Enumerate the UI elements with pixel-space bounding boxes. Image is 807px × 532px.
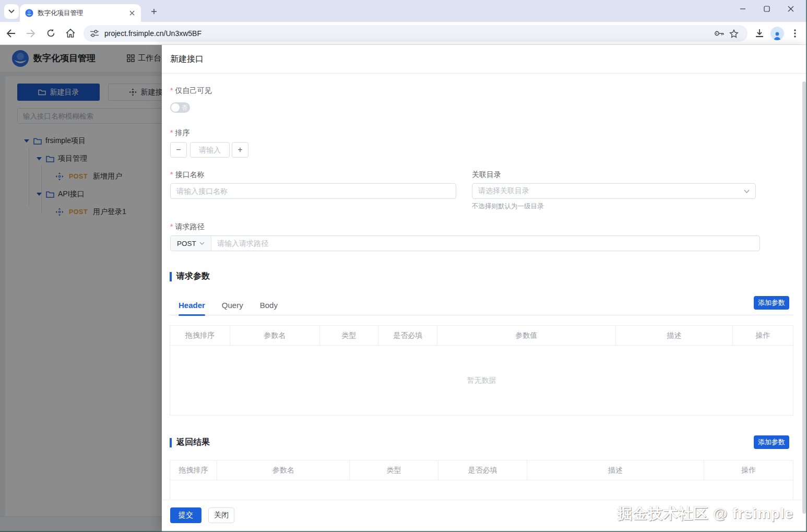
- window-maximize-button[interactable]: [755, 0, 779, 18]
- section-accent-bar: [170, 272, 172, 281]
- bookmark-button[interactable]: [727, 26, 741, 41]
- sort-decrease-button[interactable]: −: [170, 142, 187, 158]
- col-param-name: 参数名: [217, 460, 350, 480]
- chevron-down-icon: [8, 9, 15, 14]
- site-favicon-icon: [25, 9, 33, 17]
- window-close-button[interactable]: [779, 0, 803, 18]
- required-star: *: [170, 86, 173, 94]
- browser-window: 数字化项目管理: [0, 0, 807, 532]
- col-type: 类型: [350, 460, 438, 480]
- col-param-value: 参数值: [437, 326, 615, 345]
- tab-close-button[interactable]: [127, 8, 137, 18]
- app-background: 数字化项目管理 工作台 新建目录 新建接口: [0, 45, 162, 532]
- sort-input[interactable]: [190, 142, 230, 158]
- browser-toolbar: project.frsimple.cn/Un3xw5BF: [0, 22, 807, 45]
- profile-button[interactable]: [768, 25, 786, 42]
- toggle-off-label: 否: [182, 104, 187, 112]
- request-path-input[interactable]: [211, 236, 759, 251]
- catalog-help-text: 不选择则默认为一级目录: [472, 202, 544, 211]
- required-star: *: [170, 222, 173, 231]
- plus-icon: +: [238, 145, 242, 155]
- request-params-table: 拖拽排序 参数名 类型 是否必填 参数值 描述 操作 暂无数据: [170, 325, 793, 416]
- visible-toggle[interactable]: 否: [170, 102, 190, 113]
- col-type: 类型: [320, 326, 379, 345]
- back-button[interactable]: [2, 25, 20, 42]
- new-tab-button[interactable]: [148, 5, 160, 18]
- home-icon: [66, 29, 75, 38]
- method-value: POST: [177, 240, 196, 247]
- catalog-field-label: 关联目录: [472, 170, 501, 180]
- tab-search-button[interactable]: [4, 4, 19, 19]
- browser-menu-button[interactable]: [786, 25, 804, 42]
- divider: [162, 73, 807, 74]
- col-drag-sort: 拖拽排序: [170, 326, 230, 345]
- table-header-row: 拖拽排序 参数名 类型 是否必填 描述 操作: [170, 460, 793, 480]
- col-required: 是否必填: [378, 326, 437, 345]
- modal-mask[interactable]: [0, 45, 162, 532]
- forward-button[interactable]: [22, 25, 40, 42]
- col-description: 描述: [527, 460, 704, 480]
- col-required: 是否必填: [438, 460, 527, 480]
- request-params-title: 请求参数: [176, 271, 210, 282]
- col-actions: 操作: [704, 460, 793, 480]
- key-icon: [714, 30, 725, 37]
- window-controls: [731, 0, 803, 18]
- chevron-down-icon: [199, 242, 205, 245]
- method-select[interactable]: POST: [171, 236, 211, 251]
- visible-field-label: *仅自己可见: [170, 86, 211, 96]
- app-page: 数字化项目管理 工作台 新建目录 新建接口: [0, 45, 807, 532]
- result-section-header: 返回结果: [170, 437, 210, 448]
- tab-query[interactable]: Query: [222, 295, 243, 315]
- col-description: 描述: [616, 326, 733, 345]
- catalog-placeholder: 请选择关联目录: [478, 186, 744, 196]
- reload-icon: [46, 29, 55, 38]
- minimize-icon: [740, 6, 746, 12]
- toolbar-right-group: [751, 25, 804, 42]
- close-icon: [129, 10, 135, 16]
- password-manager-button[interactable]: [712, 26, 727, 41]
- watermark-text: 掘金技术社区 @ frsimple: [618, 504, 793, 524]
- tab-title: 数字化项目管理: [38, 9, 127, 18]
- home-button[interactable]: [62, 25, 79, 42]
- col-actions: 操作: [733, 326, 793, 345]
- person-icon: [773, 31, 782, 40]
- submit-button[interactable]: 提交: [170, 507, 201, 523]
- drawer-title: 新建接口: [170, 54, 204, 65]
- forward-arrow-icon: [26, 29, 35, 38]
- browser-tab-active[interactable]: 数字化项目管理: [20, 4, 141, 22]
- close-button[interactable]: 关闭: [208, 507, 234, 523]
- sort-field-label: *排序: [170, 128, 189, 138]
- api-name-input[interactable]: [170, 183, 456, 199]
- new-api-drawer: 新建接口 *仅自己可见 否 *排序 − + *接口名称 关联目录: [162, 45, 807, 532]
- request-params-section-header: 请求参数: [170, 271, 210, 282]
- request-params-tabs: Header Query Body: [170, 295, 793, 315]
- maximize-icon: [764, 6, 770, 12]
- sort-increase-button[interactable]: +: [232, 142, 248, 158]
- toggle-knob: [171, 103, 180, 112]
- address-bar[interactable]: project.frsimple.cn/Un3xw5BF: [84, 25, 747, 42]
- add-request-param-button[interactable]: 添加参数: [754, 296, 789, 310]
- reload-button[interactable]: [42, 25, 60, 42]
- profile-avatar: [770, 27, 784, 40]
- path-field-label: *请求路径: [170, 222, 204, 232]
- empty-state-text: 暂无数据: [170, 346, 793, 415]
- window-minimize-button[interactable]: [731, 0, 755, 18]
- drawer-scrollbar[interactable]: [802, 81, 806, 514]
- required-star: *: [170, 128, 173, 137]
- url-text[interactable]: project.frsimple.cn/Un3xw5BF: [104, 29, 712, 38]
- close-icon: [788, 6, 794, 12]
- table-header-row: 拖拽排序 参数名 类型 是否必填 参数值 描述 操作: [170, 326, 793, 346]
- add-result-param-button[interactable]: 添加参数: [754, 435, 789, 449]
- tab-header[interactable]: Header: [179, 295, 205, 315]
- col-param-name: 参数名: [230, 326, 320, 345]
- three-dots-icon: [794, 29, 796, 38]
- back-arrow-icon: [6, 29, 16, 38]
- name-field-label: *接口名称: [170, 170, 204, 180]
- request-path-group: POST: [170, 235, 760, 251]
- downloads-button[interactable]: [751, 25, 768, 42]
- tab-body[interactable]: Body: [260, 295, 278, 315]
- plus-icon: [151, 8, 157, 15]
- catalog-select[interactable]: 请选择关联目录: [472, 183, 756, 199]
- table-body: [170, 480, 793, 500]
- required-star: *: [170, 170, 173, 179]
